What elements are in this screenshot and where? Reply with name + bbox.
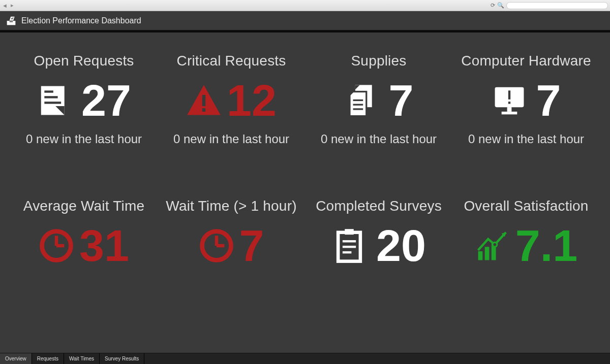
tile-satisfaction[interactable]: Overall Satisfaction 7.1: [452, 198, 600, 343]
svg-marker-2: [10, 16, 15, 20]
tile-value: 7: [389, 78, 414, 123]
svg-rect-19: [507, 107, 511, 112]
tile-title: Overall Satisfaction: [464, 198, 588, 214]
tile-title: Wait Time (> 1 hour): [166, 198, 296, 214]
tile-value: 20: [376, 223, 426, 268]
browser-chrome: ◄ ▸ ⟳ 🔍: [0, 0, 610, 11]
footer-tabs: Overview Requests Wait Times Survey Resu…: [0, 353, 610, 364]
tile-subtext: 0 new in the last hour: [321, 132, 437, 146]
trend-chart-icon: [475, 228, 510, 263]
tile-title: Supplies: [351, 53, 406, 69]
browser-search-input[interactable]: [506, 2, 608, 9]
reload-icon[interactable]: ⟳: [491, 2, 495, 9]
tile-grid: Open Requests 27 0 new in the last hour …: [10, 53, 600, 343]
svg-rect-10: [202, 108, 206, 112]
tile-subtext: 0 new in the last hour: [468, 132, 584, 146]
document-list-icon: [37, 83, 72, 118]
tile-value: 31: [79, 223, 129, 268]
app-title: Election Performance Dashboard: [21, 16, 141, 25]
documents-stack-icon: [344, 83, 380, 118]
svg-rect-6: [44, 102, 61, 104]
tile-value: 7.1: [515, 223, 577, 268]
svg-rect-31: [343, 240, 356, 242]
svg-rect-15: [353, 100, 363, 101]
monitor-alert-icon: [492, 83, 527, 118]
tile-open-requests[interactable]: Open Requests 27 0 new in the last hour: [10, 53, 158, 198]
ballot-box-icon: [6, 16, 16, 26]
nav-back-icon[interactable]: ◄: [2, 3, 8, 9]
tile-avg-wait[interactable]: Average Wait Time 31: [10, 198, 158, 343]
clipboard-icon: [331, 228, 367, 263]
tile-subtext: 0 new in the last hour: [173, 132, 289, 146]
tab-overview[interactable]: Overview: [0, 353, 32, 364]
svg-rect-21: [508, 90, 510, 100]
svg-rect-1: [10, 21, 13, 22]
tile-value: 7: [536, 78, 561, 123]
dashboard-body: Open Requests 27 0 new in the last hour …: [0, 32, 610, 353]
tile-subtext: 0 new in the last hour: [26, 132, 142, 146]
tile-title: Open Requests: [34, 53, 134, 69]
svg-rect-9: [202, 95, 206, 106]
tab-wait-times[interactable]: Wait Times: [64, 353, 100, 364]
svg-rect-33: [343, 251, 352, 253]
tile-surveys[interactable]: Completed Surveys 20: [305, 198, 452, 343]
tile-hardware[interactable]: Computer Hardware 7 0 new in the last ho…: [452, 53, 600, 198]
tile-title: Critical Requests: [176, 53, 286, 69]
tile-value: 27: [81, 78, 131, 123]
search-icon: 🔍: [497, 2, 504, 9]
app-root: Election Performance Dashboard Open Requ…: [0, 11, 610, 364]
svg-rect-17: [353, 108, 363, 110]
nav-forward-icon[interactable]: ▸: [11, 2, 14, 9]
svg-rect-34: [478, 251, 482, 260]
tile-value: 12: [227, 78, 277, 123]
clock-icon: [199, 228, 234, 263]
warning-triangle-icon: [186, 83, 222, 118]
svg-rect-32: [343, 246, 356, 248]
tile-wait-gt1h[interactable]: Wait Time (> 1 hour) 7: [158, 198, 305, 343]
svg-rect-5: [44, 96, 57, 98]
svg-rect-4: [44, 90, 53, 92]
svg-point-37: [493, 242, 497, 247]
clock-icon: [39, 228, 74, 263]
tile-critical-requests[interactable]: Critical Requests 12 0 new in the last h…: [158, 53, 305, 198]
tab-survey-results[interactable]: Survey Results: [100, 353, 144, 364]
svg-rect-22: [508, 102, 510, 104]
svg-rect-30: [345, 229, 354, 235]
svg-rect-20: [501, 112, 517, 114]
tile-title: Computer Hardware: [461, 53, 591, 69]
tile-value: 7: [239, 223, 264, 268]
tile-supplies[interactable]: Supplies 7 0 new in the last hour: [305, 53, 452, 198]
tile-title: Completed Surveys: [316, 198, 442, 214]
svg-rect-16: [353, 104, 363, 106]
svg-rect-35: [485, 247, 490, 260]
tile-title: Average Wait Time: [23, 198, 144, 214]
app-header: Election Performance Dashboard: [0, 11, 610, 30]
tab-requests[interactable]: Requests: [32, 353, 64, 364]
